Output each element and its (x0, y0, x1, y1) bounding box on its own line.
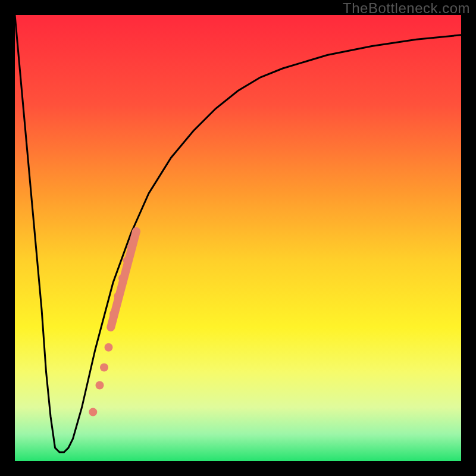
highlight-dot (100, 364, 108, 372)
bottleneck-chart (15, 15, 461, 461)
chart-frame: TheBottleneck.com (0, 0, 476, 476)
plot-area (15, 15, 461, 461)
highlight-dot (109, 311, 117, 318)
highlight-dot (89, 408, 97, 416)
gradient-background (15, 15, 461, 461)
highlight-dot (132, 230, 139, 237)
highlight-dot (127, 243, 134, 250)
highlight-dot (96, 381, 104, 390)
highlight-dot (105, 343, 113, 352)
highlight-dot (114, 293, 121, 300)
highlight-dot (118, 275, 126, 282)
watermark-text: TheBottleneck.com (343, 0, 470, 17)
highlight-dot (123, 257, 130, 264)
